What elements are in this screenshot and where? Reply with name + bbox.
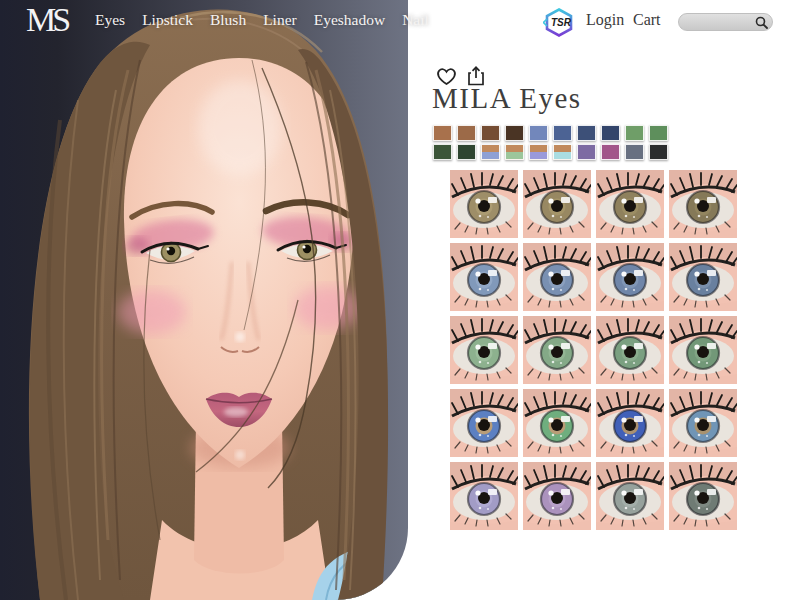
color-swatch-grid (433, 125, 668, 160)
swatch-5[interactable] (529, 125, 548, 141)
swatch-15[interactable] (529, 144, 548, 160)
eye-tile-green-2[interactable] (523, 316, 591, 384)
search-icon[interactable] (755, 16, 768, 29)
swatch-13[interactable] (481, 144, 500, 160)
eye-tile-two-tone-green[interactable] (523, 389, 591, 457)
swatch-16[interactable] (553, 144, 572, 160)
eye-tile-hazel-1[interactable] (450, 170, 518, 238)
eye-tile-dark-gray-green[interactable] (669, 462, 737, 530)
eye-tile-two-tone-steel[interactable] (669, 389, 737, 457)
eye-tile-green-4[interactable] (669, 316, 737, 384)
eye-preview-grid (450, 170, 737, 530)
swatch-2[interactable] (457, 125, 476, 141)
swatch-20[interactable] (649, 144, 668, 160)
nav-item-blush[interactable]: Blush (210, 11, 246, 29)
swatch-7[interactable] (577, 125, 596, 141)
login-link[interactable]: Login (586, 11, 624, 29)
main-nav: EyesLipstickBlushLinerEyeshadowNail (95, 11, 429, 29)
eye-tile-gray[interactable] (596, 462, 664, 530)
search-input[interactable] (687, 15, 757, 29)
nav-item-nail[interactable]: Nail (402, 11, 429, 29)
product-title: MILA Eyes (432, 82, 582, 115)
swatch-6[interactable] (553, 125, 572, 141)
nav-item-lipstick[interactable]: Lipstick (142, 11, 193, 29)
swatch-10[interactable] (649, 125, 668, 141)
swatch-18[interactable] (601, 144, 620, 160)
page: MS EyesLipstickBlushLinerEyeshadowNail T… (0, 0, 800, 600)
cart-link[interactable]: Cart (633, 11, 661, 29)
swatch-12[interactable] (457, 144, 476, 160)
nav-item-liner[interactable]: Liner (263, 11, 297, 29)
portrait-image (0, 0, 408, 600)
eye-tile-two-tone-deep-blue[interactable] (596, 389, 664, 457)
site-logo[interactable]: MS (26, 1, 67, 39)
swatch-8[interactable] (601, 125, 620, 141)
eye-tile-hazel-2[interactable] (523, 170, 591, 238)
swatch-3[interactable] (481, 125, 500, 141)
swatch-9[interactable] (625, 125, 644, 141)
eye-tile-blue-1[interactable] (450, 243, 518, 311)
eye-tile-hazel-4[interactable] (669, 170, 737, 238)
tsr-logo-text: TSR (551, 17, 571, 28)
swatch-11[interactable] (433, 144, 452, 160)
eye-tile-two-tone-blue[interactable] (450, 389, 518, 457)
swatch-17[interactable] (577, 144, 596, 160)
swatch-1[interactable] (433, 125, 452, 141)
eye-tile-green-1[interactable] (450, 316, 518, 384)
eye-tile-blue-3[interactable] (596, 243, 664, 311)
swatch-14[interactable] (505, 144, 524, 160)
portrait-illustration (0, 0, 408, 600)
tsr-logo[interactable]: TSR (543, 8, 575, 37)
swatch-4[interactable] (505, 125, 524, 141)
eye-tile-blue-2[interactable] (523, 243, 591, 311)
nav-item-eyes[interactable]: Eyes (95, 11, 125, 29)
eye-tile-green-3[interactable] (596, 316, 664, 384)
top-navigation-bar: MS EyesLipstickBlushLinerEyeshadowNail T… (0, 0, 800, 44)
eye-tile-hazel-3[interactable] (596, 170, 664, 238)
eye-tile-lavender[interactable] (450, 462, 518, 530)
nav-item-eyeshadow[interactable]: Eyeshadow (314, 11, 385, 29)
eye-tile-plum[interactable] (523, 462, 591, 530)
eye-tile-blue-4[interactable] (669, 243, 737, 311)
swatch-19[interactable] (625, 144, 644, 160)
search-box[interactable] (678, 13, 773, 31)
